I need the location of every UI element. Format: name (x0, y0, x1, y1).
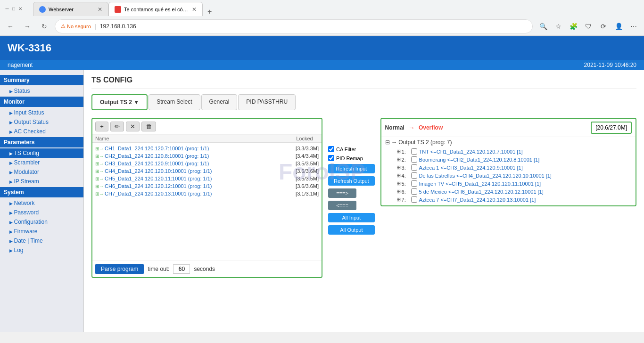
sidebar-item-scrambler[interactable]: Scrambler (0, 158, 83, 167)
tab-favicon-webserver (39, 6, 46, 13)
tab-title-webserver: Webserver (49, 7, 95, 12)
stream-arrow-icon-4: ⊞→ (95, 169, 104, 174)
tab-pid-passthru[interactable]: PID PASSTHRU (238, 94, 296, 110)
item-name-5[interactable]: Imagen TV <=CH5_Data1_224.120.120.11:100… (419, 181, 541, 187)
item-checkbox-2[interactable] (411, 156, 417, 163)
expand-icon-5[interactable]: ⊞ (396, 180, 401, 187)
search-icon[interactable]: 🔍 (537, 20, 550, 33)
expand-icon-2[interactable]: ⊞ (396, 156, 401, 163)
delete-trash-button[interactable]: 🗑 (141, 122, 156, 131)
reload-button[interactable]: ↻ (38, 20, 51, 33)
expand-icon-6[interactable]: ⊞ (396, 188, 401, 195)
sidebar-item-password[interactable]: Password (0, 208, 83, 217)
sidebar-item-log[interactable]: Log (0, 245, 83, 255)
output-item-1[interactable]: ⊞ 1: TNT <=CH1_Data1_224.120.120.7:10001… (385, 147, 632, 155)
stream-item-3[interactable]: ⊞→ CH3_Data1_224.120.120.9:10001 (prog: … (92, 160, 322, 167)
add-button[interactable]: + (95, 122, 108, 131)
close-button[interactable]: ✕ (17, 5, 24, 12)
sidebar-item-ip-stream[interactable]: IP Stream (0, 177, 83, 186)
expand-icon-7[interactable]: ⊞ (396, 196, 401, 203)
address-input[interactable]: ⚠ No seguro | 192.168.0.136 (55, 19, 533, 33)
sidebar-item-status[interactable]: Status (0, 86, 83, 96)
item-checkbox-6[interactable] (411, 188, 417, 195)
stream-item-4[interactable]: ⊞→ CH4_Data1_224.120.120.10:10001 (prog:… (92, 167, 322, 175)
security-warning: ⚠ No seguro (61, 23, 91, 29)
expand-icon-4[interactable]: ⊞ (396, 172, 401, 179)
sidebar-item-input-status[interactable]: Input Status (0, 108, 83, 117)
output-item-4[interactable]: ⊞ 4: De las Estrellas <=CH4_Data1_224.12… (385, 172, 632, 180)
tab-close-webserver[interactable]: ✕ (98, 6, 102, 13)
sidebar-item-ac-checked[interactable]: AC Checked (0, 127, 83, 136)
arrow-left-button[interactable]: <=== (328, 201, 356, 210)
stream-item-2[interactable]: ⊞→ CH2_Data1_224.120.120.8:10001 (prog: … (92, 152, 322, 160)
column-header: Name Locked (92, 135, 322, 143)
expand-icon-1[interactable]: ⊞ (396, 148, 401, 155)
sidebar-item-ts-config[interactable]: TS Config (0, 148, 83, 158)
output-item-2[interactable]: ⊞ 2: Boomerang <=CH2_Data1_224.120.120.8… (385, 155, 632, 163)
item-name-4[interactable]: De las Estrellas <=CH4_Data1_224.120.120… (419, 173, 552, 179)
output-item-3[interactable]: ⊞ 3: Azteca 1 <=CH3_Data1_224.120.9:1000… (385, 163, 632, 172)
output-ts-expand[interactable]: ⊟ (385, 139, 390, 146)
tab-general[interactable]: General (201, 94, 238, 110)
expand-icon-3[interactable]: ⊞ (396, 164, 401, 171)
refresh-output-button[interactable]: Refresh Output (328, 176, 375, 186)
sidebar-item-firmware[interactable]: Firmware (0, 227, 83, 236)
item-name-3[interactable]: Azteca 1 <=CH3_Data1_224.120.9:10001 [1] (419, 165, 523, 171)
extension-icon[interactable]: 🧩 (567, 20, 580, 33)
stream-item-7[interactable]: ⊞→ CH7_Data1_224.120.120.13:10001 (prog:… (92, 190, 322, 197)
left-panel: + ✏ ✕ 🗑 Name Locked ⊞→ CH1_Data1_224.120… (91, 118, 322, 278)
maximize-button[interactable]: □ (10, 5, 17, 12)
back-button[interactable]: ← (4, 20, 17, 33)
forward-button[interactable]: → (21, 20, 34, 33)
sync-icon[interactable]: ⟳ (597, 20, 610, 33)
stream-rate-3: [3.5/3.5M] (296, 161, 319, 166)
sidebar-item-date-time[interactable]: Date | Time (0, 236, 83, 245)
parse-program-button[interactable]: Parse program (95, 264, 144, 274)
stream-item-6[interactable]: ⊞→ CH6_Data1_224.120.120.12:10001 (prog:… (92, 182, 322, 190)
sidebar-item-configuration[interactable]: Configuration (0, 217, 83, 227)
tab-output-ts2[interactable]: Output TS 2 ▼ (91, 94, 148, 110)
shield-icon[interactable]: 🛡 (582, 20, 595, 33)
item-num-6: 6: (402, 189, 409, 195)
sidebar-item-network[interactable]: Network (0, 198, 83, 208)
tab-active[interactable]: Te contamos qué es el códec H.2 ✕ (108, 2, 203, 16)
item-checkbox-5[interactable] (411, 180, 417, 187)
stream-arrow-icon-2: ⊞→ (95, 154, 104, 159)
tab-close-active[interactable]: ✕ (192, 6, 197, 13)
stream-item-5[interactable]: ⊞→ CH5_Data1_224.120.120.11:10001 (prog:… (92, 175, 322, 182)
output-item-7[interactable]: ⊞ 7: Azteca 7 <=CH7_Data1_224.120.120.13… (385, 196, 632, 204)
profile-icon[interactable]: 👤 (612, 20, 625, 33)
all-output-button[interactable]: All Output (328, 225, 375, 235)
output-item-6[interactable]: ⊞ 6: 5 de Mexico <=CH6_Data1_224.120.120… (385, 188, 632, 196)
item-checkbox-7[interactable] (411, 196, 417, 203)
timeout-input[interactable] (173, 264, 190, 274)
edit-button[interactable]: ✏ (110, 122, 124, 131)
item-name-2[interactable]: Boomerang <=CH2_Data1_224.120.120.8:1000… (419, 157, 540, 163)
ca-filter-checkbox[interactable] (328, 146, 334, 152)
refresh-input-button[interactable]: Refresh Input (328, 164, 375, 173)
tab-stream-select[interactable]: Stream Select (149, 94, 200, 110)
tab-webserver[interactable]: Webserver ✕ (33, 2, 108, 16)
item-checkbox-1[interactable] (411, 148, 417, 155)
minimize-button[interactable]: ─ (4, 5, 10, 12)
sidebar-item-output-status[interactable]: Output Status (0, 117, 83, 127)
arrow-right-button[interactable]: ===> (328, 188, 356, 198)
delete-x-button[interactable]: ✕ (126, 122, 140, 131)
item-name-7[interactable]: Azteca 7 <=CH7_Data1_224.120.120.13:1000… (419, 197, 536, 203)
item-name-6[interactable]: 5 de Mexico <=CH6_Data1_224.120.120.12:1… (419, 189, 544, 195)
stream-arrow-icon-5: ⊞→ (95, 176, 104, 181)
menu-icon[interactable]: ⋯ (627, 20, 640, 33)
pid-remap-checkbox[interactable] (328, 155, 334, 161)
stream-name-7: CH7_Data1_224.120.120.13:10001 (prog: 1/… (105, 191, 294, 196)
ts-config-area: + ✏ ✕ 🗑 Name Locked ⊞→ CH1_Data1_224.120… (91, 118, 636, 278)
stream-item-1[interactable]: ⊞→ CH1_Data1_224.120.120.7:10001 (prog: … (92, 145, 322, 152)
sidebar-item-modulator[interactable]: Modulator (0, 167, 83, 177)
bookmark-icon[interactable]: ☆ (552, 20, 565, 33)
stream-name-5: CH5_Data1_224.120.120.11:10001 (prog: 1/… (105, 176, 294, 181)
output-item-5[interactable]: ⊞ 5: Imagen TV <=CH5_Data1_224.120.120.1… (385, 180, 632, 188)
item-checkbox-4[interactable] (411, 172, 417, 179)
item-checkbox-3[interactable] (411, 164, 417, 171)
new-tab-button[interactable]: + (205, 8, 215, 16)
all-input-button[interactable]: All Input (328, 213, 375, 222)
item-name-1[interactable]: TNT <=CH1_Data1_224.120.120.7:10001 [1] (419, 149, 523, 155)
